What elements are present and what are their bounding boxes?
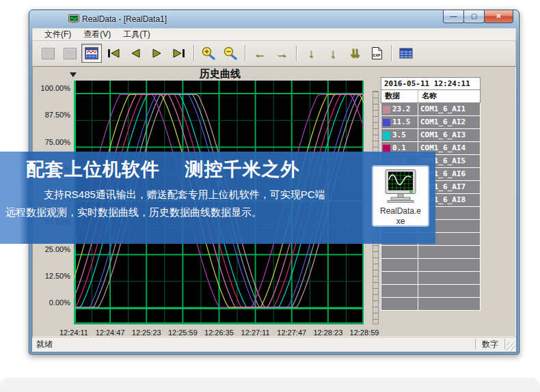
legend-name-cell: COM1_6_AI3 xyxy=(418,129,480,141)
series-color-chip xyxy=(383,132,390,139)
legend-row[interactable] xyxy=(381,298,480,310)
pan-left-button[interactable]: ← xyxy=(249,44,270,63)
x-tick-label: 12:24:47 xyxy=(90,328,131,337)
blank-icon xyxy=(42,48,55,59)
x-tick-label: 12:28:59 xyxy=(344,328,385,337)
move-down-button[interactable]: ↓ xyxy=(323,44,343,63)
menu-bar: 文件(F) 查看(V) 工具(T) xyxy=(32,28,516,42)
move-down-double-icon: ⇊ xyxy=(350,48,360,59)
y-tick-label: 100.00% xyxy=(32,84,70,92)
y-tick-label: 87.50% xyxy=(32,111,70,119)
legend-timestamp: 2016-05-11 12:24:11 xyxy=(381,77,481,90)
go-first-button[interactable] xyxy=(103,44,124,63)
chart-title: 历史曲线 xyxy=(73,68,367,81)
status-bar: 就绪 数字 xyxy=(32,337,516,352)
go-prev-icon xyxy=(128,48,143,59)
legend-value-cell: 23.2 xyxy=(381,103,418,115)
status-ready-text: 就绪 xyxy=(32,339,53,350)
window-title: RealData - [RealData1] xyxy=(82,14,167,24)
legend-row[interactable]: 23.2COM1_6_AI1 xyxy=(381,103,480,115)
legend-value-cell xyxy=(381,272,418,284)
series-color-chip xyxy=(383,145,390,152)
legend-row[interactable] xyxy=(381,259,480,271)
y-tick-label: 75.00% xyxy=(32,138,70,146)
legend-name-cell: COM1_6_AI1 xyxy=(418,103,480,115)
promo-banner-line1: 支持RS485通讯输出，赠送配套专用上位机软件，可实现PC端 xyxy=(44,188,325,201)
legend-name-cell xyxy=(418,298,480,310)
page-bottom-band xyxy=(0,378,540,392)
title-bar[interactable]: RealData - [RealData1] — ▢ ✕ xyxy=(32,10,516,28)
curve-view-button[interactable] xyxy=(81,44,102,63)
resize-grip[interactable] xyxy=(507,342,515,351)
legend-row[interactable]: 3.5COM1_6_AI3 xyxy=(381,129,480,141)
realdata-exe-icon-card[interactable]: RealData.e xe xyxy=(373,166,429,226)
blank-icon xyxy=(64,48,77,59)
maximize-button[interactable]: ▢ xyxy=(463,10,485,23)
promo-banner-line2: 远程数据观测，实时数据曲线，历史数据曲线数据显示。 xyxy=(5,206,262,219)
go-last-icon xyxy=(172,48,187,59)
legend-value-cell xyxy=(381,285,418,297)
legend-row[interactable] xyxy=(381,246,480,258)
menu-file[interactable]: 文件(F) xyxy=(38,29,77,41)
marker-down-icon: ↓ xyxy=(308,47,314,59)
legend-name-cell xyxy=(418,272,480,284)
pan-right-button[interactable]: → xyxy=(271,44,292,63)
legend-value-cell: 11.5 xyxy=(381,116,418,128)
legend-row[interactable] xyxy=(381,285,480,297)
legend-header-row: 数据 名称 xyxy=(381,90,481,103)
menu-tools[interactable]: 工具(T) xyxy=(117,29,156,41)
series-color-chip xyxy=(383,119,390,126)
go-next-button[interactable] xyxy=(147,44,167,63)
zoom-out-icon xyxy=(223,46,238,60)
y-tick-label: 12.50% xyxy=(32,272,70,280)
go-prev-button[interactable] xyxy=(125,44,146,63)
series-value: 11.5 xyxy=(392,116,411,128)
x-tick-label: 12:24:11 xyxy=(53,328,94,337)
go-next-icon xyxy=(150,48,165,59)
app-window-icon xyxy=(68,14,79,24)
x-tick-label: 12:27:11 xyxy=(235,328,276,337)
promo-banner-title: 配套上位机软件 测控千米之外 xyxy=(26,157,300,182)
close-button[interactable]: ✕ xyxy=(484,10,513,23)
cursor-marker-icon[interactable] xyxy=(70,72,77,77)
svg-text:EXP: EXP xyxy=(373,53,380,57)
data-grid-button[interactable] xyxy=(396,44,416,63)
curve-view-icon xyxy=(85,47,98,59)
legend-row[interactable]: 11.5COM1_6_AI2 xyxy=(381,116,480,128)
legend-value-cell xyxy=(381,298,418,310)
toolbar-separator xyxy=(193,45,194,61)
realdata-icon-label-line2: xe xyxy=(373,216,428,227)
legend-name-cell xyxy=(418,259,480,271)
legend-column-name: 名称 xyxy=(418,90,480,102)
realdata-icon-label-line1: RealData.e xyxy=(373,206,428,216)
realdata-app-icon xyxy=(373,169,428,206)
x-tick-label: 12:25:59 xyxy=(162,328,203,337)
legend-row[interactable] xyxy=(381,272,480,284)
zoom-in-button[interactable] xyxy=(198,44,219,63)
zoom-out-button[interactable] xyxy=(220,44,241,63)
pan-right-icon: → xyxy=(275,47,288,60)
move-down-icon: ↓ xyxy=(329,47,336,60)
promo-banner: 配套上位机软件 测控千米之外 支持RS485通讯输出，赠送配套专用上位机软件，可… xyxy=(0,152,435,244)
blank-button-2 xyxy=(59,44,80,63)
menu-view[interactable]: 查看(V) xyxy=(77,29,117,41)
x-tick-label: 12:25:23 xyxy=(126,328,167,337)
x-tick-label: 12:26:35 xyxy=(199,328,240,337)
move-down-double-button[interactable]: ⇊ xyxy=(345,44,365,63)
legend-value-cell xyxy=(381,246,418,258)
toolbar: ←→↓↓⇊EXP xyxy=(32,41,516,66)
go-last-button[interactable] xyxy=(169,44,189,63)
y-tick-label: 25.00% xyxy=(32,245,70,253)
legend-value-cell xyxy=(381,259,418,271)
y-tick-label: 0.00% xyxy=(32,298,70,307)
series-value: 23.2 xyxy=(392,103,411,115)
export-button[interactable]: EXP xyxy=(366,44,387,63)
export-icon: EXP xyxy=(371,46,383,60)
marker-down-button[interactable]: ↓ xyxy=(301,44,321,63)
data-grid-icon xyxy=(399,48,413,59)
series-color-chip xyxy=(383,106,390,113)
zoom-in-icon xyxy=(201,46,216,60)
x-tick-label: 12:27:47 xyxy=(271,328,312,337)
blank-button-1 xyxy=(38,44,58,63)
minimize-button[interactable]: — xyxy=(443,10,464,23)
